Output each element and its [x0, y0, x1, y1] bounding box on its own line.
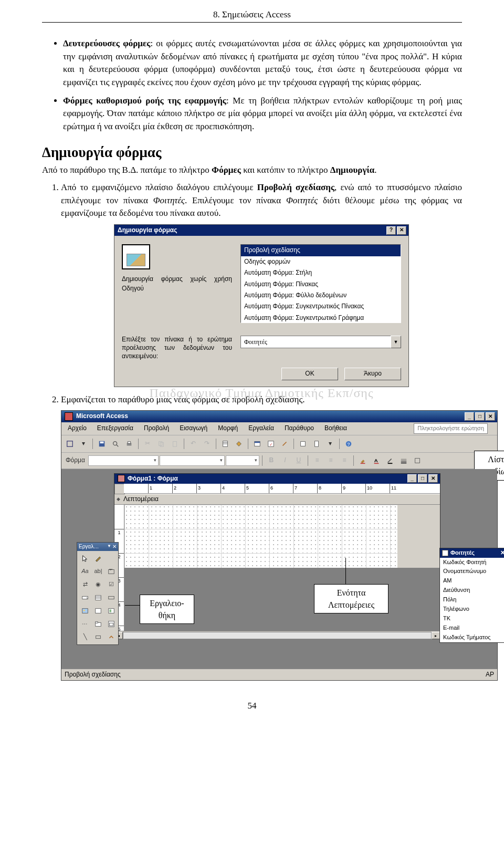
toolbox-dropdown-icon[interactable]: ▼ — [107, 543, 111, 551]
tool-tab[interactable] — [91, 618, 105, 630]
ruler-corner[interactable] — [114, 484, 125, 494]
form-scrollbar[interactable]: ◂ ▸ — [114, 631, 440, 639]
field-item[interactable]: Ονοματεπώνυμο — [440, 567, 504, 576]
tool-label[interactable]: Aa — [78, 565, 92, 578]
tool-subform[interactable] — [104, 618, 118, 630]
tool-textbox[interactable]: ab| — [91, 565, 105, 578]
ask-question-box[interactable]: Πληκτρολογήστε ερώτηση — [414, 423, 488, 434]
help-button[interactable]: ? — [342, 438, 355, 450]
combo-arrow-icon[interactable]: ▼ — [391, 336, 401, 348]
tool-pagebreak[interactable] — [78, 618, 92, 630]
menu-window[interactable]: Παράθυρο — [280, 423, 318, 433]
toolbox-palette[interactable]: Εργαλ… ▼ ✕ Aa ab| — [77, 542, 119, 646]
form-close-button[interactable]: ✕ — [428, 474, 438, 483]
field-item[interactable]: Πόλη — [440, 595, 504, 605]
view-button[interactable] — [64, 438, 76, 450]
tool-button[interactable] — [104, 591, 118, 604]
thumbnail-design[interactable] — [122, 244, 150, 269]
new-button[interactable] — [310, 438, 323, 450]
tool-togglebutton[interactable]: ⇄ — [78, 578, 92, 591]
tool-line[interactable]: ╲ — [78, 631, 92, 643]
menu-help[interactable]: Βοήθεια — [320, 423, 351, 433]
align-left-button[interactable]: ≡ — [311, 454, 323, 467]
properties-button[interactable] — [251, 438, 264, 450]
maximize-button[interactable]: □ — [475, 412, 485, 421]
toolbox-button[interactable] — [233, 438, 245, 450]
menu-edit[interactable]: Επεξεργασία — [93, 423, 138, 433]
scroll-right-icon[interactable]: ▸ — [432, 632, 440, 639]
source-input[interactable] — [240, 336, 391, 348]
list-option[interactable]: Προβολή σχεδίασης — [241, 245, 401, 256]
build-button[interactable] — [278, 438, 291, 450]
field-item[interactable]: Διεύθυνση — [440, 586, 504, 595]
copy-button[interactable] — [155, 438, 167, 450]
design-grid[interactable] — [124, 505, 397, 568]
field-list-window[interactable]: Φοιτητές ✕ Κωδικός Φοιτητή Ονοματεπώνυμο… — [439, 548, 504, 643]
tool-optiongroup[interactable]: xyz — [104, 565, 118, 578]
ok-button[interactable]: OK — [281, 368, 338, 380]
font-combo[interactable] — [160, 455, 225, 466]
tool-combobox[interactable] — [78, 591, 92, 604]
close-button[interactable]: ✕ — [397, 226, 406, 235]
tool-image[interactable] — [78, 605, 92, 617]
list-option[interactable]: Αυτόματη Φόρμα: Συγκεντρωτικό Γράφημα — [241, 313, 401, 324]
fill-color-button[interactable] — [356, 454, 369, 467]
redo-button[interactable]: ↷ — [201, 438, 213, 450]
tool-pointer[interactable] — [78, 552, 92, 565]
tool-checkbox[interactable]: ☑ — [104, 578, 118, 591]
paste-button[interactable] — [169, 438, 181, 450]
form-minimize-button[interactable]: _ — [407, 474, 417, 483]
menu-insert[interactable]: Εισαγωγή — [175, 423, 212, 433]
font-color-button[interactable]: A — [370, 454, 383, 467]
field-item[interactable]: Κωδικός Φοιτητή — [440, 558, 504, 567]
special-effect-button[interactable] — [411, 454, 424, 467]
cut-button[interactable]: ✂ — [141, 438, 154, 450]
horizontal-ruler[interactable]: 1 2 3 4 5 6 7 8 9 10 11 — [124, 484, 440, 494]
toolbox-close-icon[interactable]: ✕ — [112, 543, 117, 551]
field-list-close-icon[interactable]: ✕ — [500, 549, 504, 557]
tool-bound-object[interactable] — [104, 605, 118, 617]
source-combo[interactable]: ▼ — [240, 336, 401, 348]
tool-optionbutton[interactable]: ◉ — [91, 578, 105, 591]
menu-format[interactable]: Μορφή — [214, 423, 242, 433]
align-center-button[interactable]: ≡ — [324, 454, 337, 467]
search-button[interactable] — [109, 438, 122, 450]
cancel-button[interactable]: Άκυρο — [344, 368, 401, 380]
close-button[interactable]: ✕ — [486, 412, 495, 421]
tool-listbox[interactable] — [91, 591, 105, 604]
tool-unbound-object[interactable] — [91, 605, 105, 617]
italic-button[interactable]: I — [279, 454, 291, 467]
field-list-button[interactable] — [219, 438, 232, 450]
print-button[interactable] — [123, 438, 135, 450]
code-button[interactable]: ✓ — [265, 438, 277, 450]
align-right-button[interactable]: ≡ — [338, 454, 351, 467]
underline-button[interactable]: U — [292, 454, 305, 467]
dropdown-icon[interactable]: ▾ — [324, 438, 337, 450]
list-option[interactable]: Οδηγός φορμών — [241, 256, 401, 267]
menu-file[interactable]: Αρχείο — [64, 423, 91, 433]
field-item[interactable]: TK — [440, 614, 504, 623]
form-type-listbox[interactable]: Προβολή σχεδίασης Οδηγός φορμών Αυτόματη… — [240, 244, 401, 323]
tool-wizard[interactable] — [91, 552, 105, 565]
field-item[interactable]: E-mail — [440, 623, 504, 633]
form-maximize-button[interactable]: □ — [418, 474, 427, 483]
menu-view[interactable]: Προβολή — [140, 423, 173, 433]
undo-button[interactable]: ↶ — [187, 438, 200, 450]
list-option[interactable]: Αυτόματη Φόρμα: Φύλλο δεδομένων — [241, 290, 401, 301]
menu-tools[interactable]: Εργαλεία — [244, 423, 278, 433]
object-combo[interactable] — [88, 455, 159, 466]
list-option[interactable]: Αυτόματη Φόρμα: Συγκεντρωτικός Πίνακας — [241, 301, 401, 312]
size-combo[interactable] — [226, 455, 259, 466]
bold-button[interactable]: B — [265, 454, 278, 467]
field-item[interactable]: AM — [440, 576, 504, 586]
field-item[interactable]: Κωδικός Τμήματος — [440, 633, 504, 642]
field-item[interactable]: Τηλέφωνο — [440, 605, 504, 614]
list-option[interactable]: Αυτόματη Φόρμα: Στήλη — [241, 267, 401, 278]
line-color-button[interactable] — [384, 454, 396, 467]
tool-more[interactable] — [104, 631, 118, 643]
line-width-button[interactable] — [397, 454, 410, 467]
minimize-button[interactable]: _ — [465, 412, 474, 421]
db-window-button[interactable] — [297, 438, 309, 450]
list-option[interactable]: Αυτόματη Φόρμα: Πίνακας — [241, 279, 401, 290]
detail-section-bar[interactable]: ◆ Λεπτομέρεια — [114, 494, 440, 505]
